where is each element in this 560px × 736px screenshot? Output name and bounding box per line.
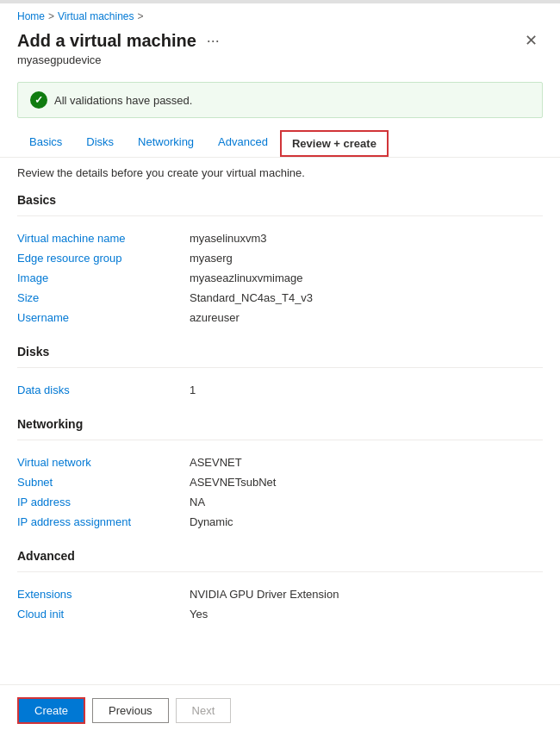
field-virtual-network-label: Virtual network bbox=[17, 456, 190, 469]
field-image-label: Image bbox=[17, 271, 190, 284]
field-virtual-network: Virtual network ASEVNET bbox=[17, 452, 543, 472]
ellipsis-button[interactable]: ··· bbox=[203, 30, 223, 52]
section-advanced: Advanced Extensions NVIDIA GPU Driver Ex… bbox=[17, 549, 543, 624]
title-area: Add a virtual machine ··· bbox=[17, 30, 223, 52]
field-size-label: Size bbox=[17, 291, 190, 304]
tab-description: Review the details before you create you… bbox=[0, 158, 560, 193]
field-subnet: Subnet ASEVNETsubNet bbox=[17, 472, 543, 492]
field-ip-assignment-label: IP address assignment bbox=[17, 515, 190, 528]
field-data-disks-label: Data disks bbox=[17, 384, 190, 396]
validation-banner: All validations have passed. bbox=[17, 82, 543, 118]
tab-basics[interactable]: Basics bbox=[17, 128, 74, 157]
field-ip-address: IP address NA bbox=[17, 492, 543, 512]
field-cloud-init: Cloud init Yes bbox=[17, 604, 543, 624]
field-username-value: azureuser bbox=[190, 311, 240, 324]
field-edge-rg: Edge resource group myaserg bbox=[17, 248, 543, 268]
page-title: Add a virtual machine bbox=[17, 31, 196, 51]
breadcrumb: Home > Virtual machines > bbox=[0, 3, 560, 26]
field-ip-address-label: IP address bbox=[17, 496, 190, 508]
field-vm-name-value: myaselinuxvm3 bbox=[190, 232, 267, 245]
field-ip-assignment: IP address assignment Dynamic bbox=[17, 512, 543, 532]
breadcrumb-sep2: > bbox=[138, 10, 144, 22]
field-username-label: Username bbox=[17, 311, 190, 324]
next-button[interactable]: Next bbox=[176, 698, 232, 723]
field-edge-rg-value: myaserg bbox=[190, 252, 233, 265]
validation-message: All validations have passed. bbox=[54, 94, 192, 107]
field-vm-name-label: Virtual machine name bbox=[17, 232, 190, 245]
field-ip-address-value: NA bbox=[190, 496, 205, 508]
tab-advanced[interactable]: Advanced bbox=[206, 128, 280, 157]
page-header: Add a virtual machine ··· ✕ bbox=[0, 26, 560, 53]
section-networking: Networking Virtual network ASEVNET Subne… bbox=[17, 417, 543, 532]
previous-button[interactable]: Previous bbox=[92, 698, 169, 723]
disks-divider bbox=[17, 367, 543, 368]
tab-review-create[interactable]: Review + create bbox=[280, 130, 389, 157]
close-button[interactable]: ✕ bbox=[520, 29, 543, 52]
create-button[interactable]: Create bbox=[17, 697, 85, 724]
field-data-disks: Data disks 1 bbox=[17, 380, 543, 400]
field-virtual-network-value: ASEVNET bbox=[190, 456, 242, 469]
field-edge-rg-label: Edge resource group bbox=[17, 252, 190, 265]
field-extensions: Extensions NVIDIA GPU Driver Extension bbox=[17, 584, 543, 604]
field-username: Username azureuser bbox=[17, 308, 543, 327]
field-cloud-init-label: Cloud init bbox=[17, 608, 190, 621]
advanced-divider bbox=[17, 571, 543, 572]
networking-divider bbox=[17, 440, 543, 440]
page-subtitle: myasegpudevice bbox=[0, 53, 560, 75]
breadcrumb-home[interactable]: Home bbox=[17, 10, 45, 22]
breadcrumb-sep1: > bbox=[48, 10, 54, 22]
section-networking-title: Networking bbox=[17, 417, 543, 431]
field-extensions-label: Extensions bbox=[17, 588, 190, 601]
field-extensions-value: NVIDIA GPU Driver Extension bbox=[190, 588, 339, 601]
validation-check-icon bbox=[30, 91, 47, 109]
main-content: Basics Virtual machine name myaselinuxvm… bbox=[0, 193, 560, 624]
field-subnet-label: Subnet bbox=[17, 476, 190, 489]
basics-divider bbox=[17, 215, 543, 216]
field-vm-name: Virtual machine name myaselinuxvm3 bbox=[17, 228, 543, 248]
field-size: Size Standard_NC4as_T4_v3 bbox=[17, 288, 543, 308]
breadcrumb-virtual-machines[interactable]: Virtual machines bbox=[58, 10, 134, 22]
section-disks-title: Disks bbox=[17, 345, 543, 359]
section-disks: Disks Data disks 1 bbox=[17, 345, 543, 400]
tab-networking[interactable]: Networking bbox=[126, 128, 206, 157]
section-basics: Basics Virtual machine name myaselinuxvm… bbox=[17, 193, 543, 327]
section-basics-title: Basics bbox=[17, 193, 543, 207]
field-data-disks-value: 1 bbox=[190, 384, 196, 396]
tab-bar: Basics Disks Networking Advanced Review … bbox=[0, 128, 560, 158]
tab-disks[interactable]: Disks bbox=[74, 128, 126, 157]
footer: Create Previous Next bbox=[0, 684, 560, 736]
field-subnet-value: ASEVNETsubNet bbox=[190, 476, 276, 489]
field-ip-assignment-value: Dynamic bbox=[190, 515, 233, 528]
field-image: Image myaseazlinuxvmimage bbox=[17, 268, 543, 288]
field-size-value: Standard_NC4as_T4_v3 bbox=[190, 291, 313, 304]
section-advanced-title: Advanced bbox=[17, 549, 543, 563]
field-cloud-init-value: Yes bbox=[190, 608, 208, 621]
field-image-value: myaseazlinuxvmimage bbox=[190, 271, 303, 284]
